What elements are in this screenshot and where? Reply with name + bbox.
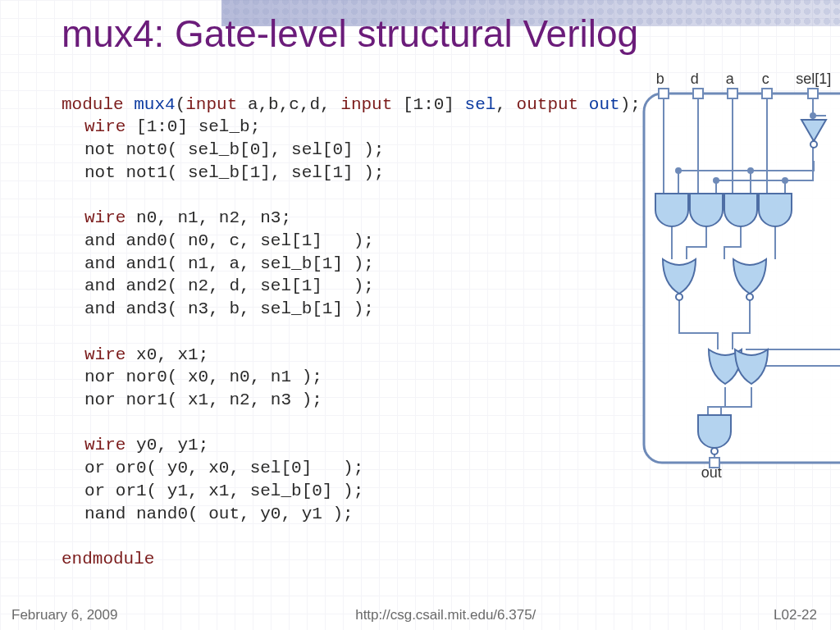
footer-url: http://csg.csail.mit.edu/6.375/	[355, 607, 536, 623]
port-out	[710, 458, 719, 468]
or0-line: or or0( y0, x0, sel[0] );	[84, 459, 363, 477]
circuit-diagram: b d a c sel[1] sel[0] out	[636, 71, 840, 489]
wire-decl-selb: [1:0] sel_b;	[126, 117, 260, 136]
svg-point-3	[675, 167, 682, 174]
and1-line: and and1( n1, a, sel_b[1] );	[84, 254, 374, 273]
wire-decl-n: n0, n1, n2, n3;	[126, 208, 291, 227]
kw-input2: input	[340, 95, 392, 114]
and0-line: and and0( n0, c, sel[1] );	[84, 231, 374, 250]
kw-input: input	[185, 95, 237, 114]
nand0-line: nand nand0( out, y0, y1 );	[84, 504, 354, 523]
svg-point-1	[810, 112, 816, 119]
svg-point-4	[747, 167, 754, 174]
svg-point-6	[713, 177, 719, 184]
or1-line: or or1( y1, x1, sel_b[0] );	[84, 482, 363, 500]
wire-decl-y: y0, y1;	[126, 436, 208, 454]
gate-and2	[690, 194, 723, 226]
args1: a,b,c,d,	[237, 95, 340, 114]
nor0-line: nor nor0( x0, n0, n1 );	[84, 368, 322, 386]
out-ident: out	[578, 95, 619, 114]
footer-date: February 6, 2009	[11, 607, 117, 623]
kw-output: output	[517, 95, 579, 114]
nor1-line: nor nor1( x1, n2, n3 );	[84, 390, 322, 409]
paren: (	[176, 95, 186, 114]
slide-footer: February 6, 2009 http://csg.csail.mit.ed…	[0, 607, 840, 623]
gate-and3	[655, 194, 688, 226]
kw-wire: wire	[84, 117, 126, 136]
gate-and0	[759, 194, 792, 226]
kw-wire3: wire	[84, 345, 126, 364]
sel-ident: sel	[465, 95, 496, 114]
kw-wire4: wire	[84, 436, 126, 454]
kw-endmodule: endmodule	[62, 550, 154, 568]
not1-line: not not1( sel_b[1], sel[1] );	[84, 163, 384, 182]
range: [1:0]	[392, 95, 464, 114]
and2-line: and and2( n2, d, sel[1] );	[84, 276, 374, 295]
svg-point-8	[746, 294, 753, 300]
svg-point-9	[711, 448, 718, 454]
svg-point-5	[782, 177, 788, 184]
verilog-code-block: module mux4(input a,b,c,d, input [1:0] s…	[62, 71, 641, 571]
and3-line: and and3( n3, b, sel_b[1] );	[84, 299, 374, 318]
wire-decl-x: x0, x1;	[126, 345, 208, 364]
circuit-svg	[636, 71, 840, 489]
kw-wire2: wire	[84, 208, 126, 227]
port-b	[659, 89, 669, 98]
svg-point-7	[676, 294, 682, 300]
port-d	[693, 89, 703, 98]
port-sel1	[808, 89, 818, 98]
footer-slidenum: L02-22	[774, 607, 817, 623]
sep: ,	[495, 95, 516, 114]
not0-line: not not0( sel_b[0], sel[0] );	[84, 140, 384, 159]
port-c	[762, 89, 772, 98]
gate-and1	[724, 194, 757, 226]
page-title: mux4: Gate-level structural Verilog	[62, 12, 807, 56]
port-a	[728, 89, 737, 98]
kw-module: module	[62, 95, 124, 114]
module-name: mux4	[134, 95, 175, 114]
